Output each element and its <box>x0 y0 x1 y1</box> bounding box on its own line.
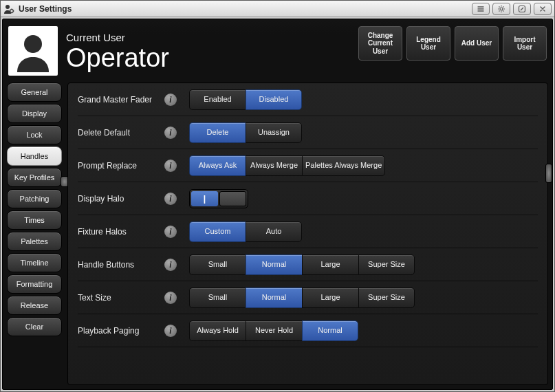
svg-point-17 <box>24 35 42 53</box>
toggle-off-indicator <box>219 191 246 206</box>
setting-controls: DeleteUnassign <box>189 122 302 143</box>
option-always-ask[interactable]: Always Ask <box>189 155 246 176</box>
svg-point-0 <box>6 5 10 9</box>
settings-button[interactable] <box>492 3 510 15</box>
sidebar-tab-handles[interactable]: Handles <box>7 146 62 166</box>
sidebar-tab-times[interactable]: Times <box>7 210 62 230</box>
sidebar-tab-formatting[interactable]: Formatting <box>7 274 62 294</box>
info-icon[interactable]: i <box>164 127 177 139</box>
close-button[interactable] <box>534 3 552 15</box>
current-user-label: Current User <box>66 32 169 43</box>
svg-point-1 <box>10 9 14 12</box>
setting-controls: SmallNormalLargeSuper Size <box>189 287 415 308</box>
settings-scroll[interactable]: Grand Master FaderiEnabledDisabledDelete… <box>68 83 547 384</box>
app-window: User Settings <box>0 0 555 392</box>
legend-user-button[interactable]: Legend User <box>406 26 450 61</box>
info-icon[interactable]: i <box>164 325 177 337</box>
setting-row-handle-buttons: Handle ButtonsiSmallNormalLargeSuper Siz… <box>78 248 538 281</box>
user-settings-icon <box>3 3 14 14</box>
setting-row-delete-default: Delete DefaultiDeleteUnassign <box>78 116 538 149</box>
option-always-hold[interactable]: Always Hold <box>189 320 246 341</box>
sidebar-tab-keyprofiles[interactable]: Key Profiles <box>7 168 62 187</box>
svg-line-12 <box>503 10 504 11</box>
option-small[interactable]: Small <box>189 287 246 308</box>
titlebar: User Settings <box>1 1 554 17</box>
setting-row-prompt-replace: Prompt ReplaceiAlways AskAlways MergePal… <box>78 149 538 182</box>
option-small[interactable]: Small <box>189 254 246 275</box>
option-super-size[interactable]: Super Size <box>358 287 415 308</box>
toggle-on-indicator: | <box>191 191 218 206</box>
info-icon[interactable]: i <box>164 226 177 238</box>
header-actions: Change Current User Legend User Add User… <box>358 26 547 61</box>
option-delete[interactable]: Delete <box>189 122 246 143</box>
add-user-button[interactable]: Add User <box>455 26 499 61</box>
option-palettes-always-merge[interactable]: Palettes Always Merge <box>302 155 385 176</box>
option-normal[interactable]: Normal <box>246 254 302 275</box>
option-unassign[interactable]: Unassign <box>246 122 302 143</box>
setting-controls: SmallNormalLargeSuper Size <box>189 254 415 275</box>
setting-controls: | <box>189 189 248 208</box>
info-icon[interactable]: i <box>164 292 177 304</box>
setting-controls: EnabledDisabled <box>189 89 302 110</box>
setting-controls: CustomAuto <box>189 221 302 242</box>
sidebar-tab-palettes[interactable]: Palettes <box>7 232 62 251</box>
change-current-user-button[interactable]: Change Current User <box>358 26 402 61</box>
import-user-button[interactable]: Import User <box>503 26 547 61</box>
toggle-display-halo[interactable]: | <box>189 189 248 208</box>
option-auto[interactable]: Auto <box>246 221 302 242</box>
sidebar-tab-release[interactable]: Release <box>7 296 62 315</box>
header: Current User Operator Change Current Use… <box>3 19 552 80</box>
option-disabled[interactable]: Disabled <box>246 89 302 110</box>
setting-row-playback-paging: Playback PagingiAlways HoldNever HoldNor… <box>78 314 538 347</box>
svg-line-11 <box>499 6 500 7</box>
info-icon[interactable]: i <box>164 94 177 106</box>
avatar <box>8 26 58 76</box>
setting-controls: Always HoldNever HoldNormal <box>189 320 358 341</box>
option-normal[interactable]: Normal <box>246 287 302 308</box>
option-custom[interactable]: Custom <box>189 221 246 242</box>
option-large[interactable]: Large <box>302 254 358 275</box>
sidebar: GeneralDisplayLockHandlesKey ProfilesPat… <box>3 80 65 389</box>
setting-label: Fixture Halos <box>78 227 159 237</box>
info-icon[interactable]: i <box>164 259 177 271</box>
menu-button[interactable] <box>472 3 490 15</box>
setting-label: Prompt Replace <box>78 161 159 171</box>
option-normal[interactable]: Normal <box>302 320 358 341</box>
option-super-size[interactable]: Super Size <box>358 254 415 275</box>
sidebar-tab-lock[interactable]: Lock <box>7 125 62 144</box>
sidebar-tab-display[interactable]: Display <box>7 104 62 123</box>
setting-label: Playback Paging <box>78 326 159 336</box>
setting-controls: Always AskAlways MergePalettes Always Me… <box>189 155 385 176</box>
setting-row-text-size: Text SizeiSmallNormalLargeSuper Size <box>78 281 538 314</box>
svg-line-14 <box>499 10 500 11</box>
option-never-hold[interactable]: Never Hold <box>246 320 302 341</box>
option-large[interactable]: Large <box>302 287 358 308</box>
setting-label: Grand Master Fader <box>78 95 159 105</box>
sidebar-tab-clear[interactable]: Clear <box>7 317 62 336</box>
panel-scroll-knob[interactable] <box>545 164 552 183</box>
current-user-name: Operator <box>66 45 169 71</box>
client-area: Current User Operator Change Current Use… <box>2 19 553 390</box>
window-title: User Settings <box>19 4 72 14</box>
setting-row-display-halo: Display Haloi| <box>78 182 538 215</box>
setting-label: Display Halo <box>78 194 159 204</box>
sidebar-tab-timeline[interactable]: Timeline <box>7 253 62 272</box>
sidebar-tab-general[interactable]: General <box>7 83 62 102</box>
setting-row-fixture-halos: Fixture HalosiCustomAuto <box>78 215 538 248</box>
info-icon[interactable]: i <box>164 193 177 205</box>
svg-line-13 <box>503 6 504 7</box>
setting-label: Handle Buttons <box>78 260 159 270</box>
info-icon[interactable]: i <box>164 160 177 172</box>
setting-label: Text Size <box>78 293 159 303</box>
settings-panel: Grand Master FaderiEnabledDisabledDelete… <box>67 83 548 385</box>
option-always-merge[interactable]: Always Merge <box>246 155 302 176</box>
resize-button[interactable] <box>513 3 531 15</box>
option-enabled[interactable]: Enabled <box>189 89 246 110</box>
setting-label: Delete Default <box>78 128 159 138</box>
svg-point-6 <box>500 8 503 10</box>
sidebar-tab-patching[interactable]: Patching <box>7 189 62 208</box>
setting-row-grand-master-fader: Grand Master FaderiEnabledDisabled <box>78 83 538 116</box>
